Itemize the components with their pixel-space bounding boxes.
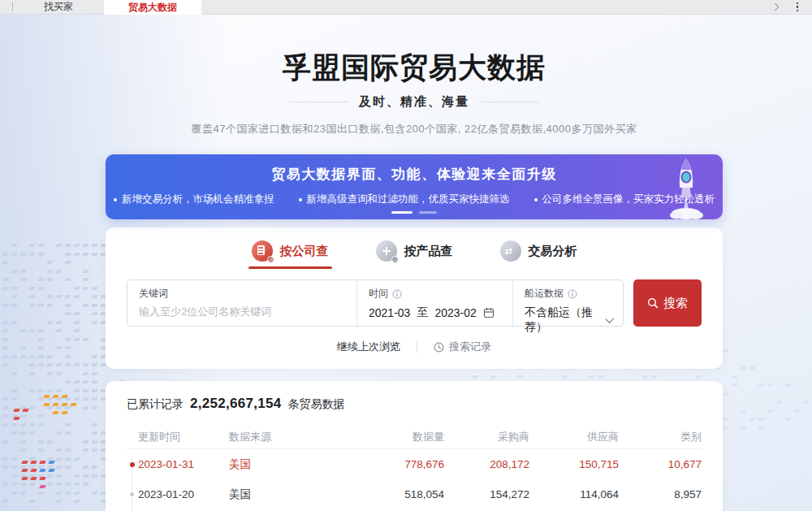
keyword-label: 关键词: [139, 287, 168, 301]
search-form: 关键词 时间: [127, 279, 702, 327]
cell-source: 美国: [229, 487, 335, 502]
product-search-icon: [376, 240, 397, 262]
col-categories: 类别: [619, 430, 702, 444]
info-icon[interactable]: [568, 289, 577, 299]
tab-search-by-product[interactable]: 按产品查: [376, 240, 453, 269]
shipping-value: 不含船运（推荐）: [525, 305, 599, 335]
shipping-data-select[interactable]: 船运数据 不含船运（推荐）: [512, 280, 623, 326]
clock-icon: [434, 342, 444, 353]
total-records-line: 已累计记录 2,252,667,154 条贸易数据: [127, 396, 702, 412]
data-table-card: 已累计记录 2,252,667,154 条贸易数据 更新时间 数据来源 数据量 …: [106, 381, 723, 511]
chevron-down-icon[interactable]: [606, 314, 614, 323]
upgrade-banner[interactable]: 贸易大数据界面、功能、体验迎来全面升级 新增交易分析，市场机会精准拿捏 新增高级…: [106, 154, 723, 219]
cell-suppliers: 114,064: [529, 488, 619, 500]
info-icon[interactable]: [392, 289, 402, 299]
cell-date: 2023-01-20: [138, 488, 229, 500]
cell-buyers: 154,272: [444, 488, 529, 500]
time-to[interactable]: 2023-02: [434, 306, 476, 319]
tab-label: 交易分析: [529, 244, 577, 259]
kebab-menu-icon[interactable]: [788, 0, 812, 14]
search-fields: 关键词 时间: [127, 279, 624, 327]
search-button[interactable]: 搜索: [633, 279, 702, 327]
rocket-icon: [664, 155, 710, 220]
subtitle-line-right: [481, 102, 539, 102]
tab-search-by-company[interactable]: 按公司查: [252, 240, 329, 269]
stats-prefix: 已累计记录: [127, 397, 184, 410]
banner-title: 贸易大数据界面、功能、体验迎来全面升级: [106, 154, 723, 184]
search-button-label: 搜索: [663, 296, 688, 311]
quick-links: 继续上次浏览 搜索记录: [127, 340, 702, 354]
table-body: 2023-01-31 美国 778,676 208,172 150,715 10…: [127, 449, 702, 511]
time-from[interactable]: 2021-03: [369, 306, 410, 319]
tab-label: 按产品查: [404, 244, 453, 259]
company-search-icon: [252, 240, 273, 262]
total-records-count: 2,252,667,154: [190, 396, 282, 411]
cell-categories: 10,677: [619, 458, 702, 470]
carousel-dot-active[interactable]: [391, 211, 412, 214]
table-row[interactable]: 2023-01-20 美国 518,054 154,272 114,064 8,…: [127, 479, 702, 509]
col-suppliers: 供应商: [529, 430, 619, 444]
forward-chevron-icon[interactable]: [763, 0, 788, 14]
bullet-dot-icon: [299, 198, 302, 201]
calendar-icon[interactable]: [483, 307, 495, 318]
continue-browsing-link[interactable]: 继续上次浏览: [337, 340, 400, 354]
cell-categories: 8,957: [619, 488, 702, 500]
col-update-time: 更新时间: [138, 430, 229, 444]
stats-suffix: 条贸易数据: [287, 397, 344, 410]
trade-analysis-icon: ⇄: [500, 240, 521, 262]
carousel-dot-inactive[interactable]: [419, 211, 437, 214]
tab-find-buyers[interactable]: 找买家: [13, 0, 104, 14]
page: 找买家 贸易大数据 孚盟国际贸易大数据 及时、精准、海量 覆盖47个国家进口数据…: [0, 0, 812, 511]
cell-date: 2023-01-31: [138, 458, 229, 470]
search-tabs: 按公司查 按产品查 ⇄ 交易分析: [127, 240, 702, 269]
bullet-text: 新增交易分析，市场机会精准拿捏: [122, 193, 274, 206]
col-buyers: 采购商: [444, 430, 529, 444]
banner-bullet: 新增交易分析，市场机会精准拿捏: [114, 193, 274, 206]
table-row[interactable]: 2023-01-31 美国 778,676 208,172 150,715 10…: [127, 449, 702, 479]
cell-volume: 778,676: [335, 458, 444, 470]
bullet-dot-icon: [534, 198, 538, 201]
search-history-label: 搜索记录: [449, 340, 491, 354]
time-label: 时间: [369, 287, 388, 301]
cell-buyers: 208,172: [444, 458, 529, 470]
cell-source: 美国: [229, 457, 335, 472]
col-data-volume: 数据量: [335, 430, 444, 444]
shipping-label: 船运数据: [525, 287, 564, 301]
table-header-row: 更新时间 数据来源 数据量 采购商 供应商 类别: [127, 425, 702, 449]
hero-section: 孚盟国际贸易大数据 及时、精准、海量 覆盖47个国家进口数据和23国出口数据,包…: [106, 49, 723, 136]
bullet-dot-icon: [114, 198, 117, 201]
tab-label: 按公司查: [280, 244, 329, 259]
time-separator: 至: [417, 305, 428, 320]
cell-volume: 518,054: [335, 488, 444, 500]
subtitle-text: 及时、精准、海量: [359, 94, 469, 110]
hero-subtitle: 及时、精准、海量: [106, 94, 723, 110]
search-icon: [647, 297, 659, 309]
timeline-dot-icon: [130, 492, 134, 496]
col-data-source: 数据来源: [229, 430, 335, 444]
bullet-text: 新增高级查询和过滤功能，优质买家快捷筛选: [307, 193, 510, 206]
keyword-field[interactable]: 关键词: [127, 280, 356, 326]
timeline-dot-icon: [130, 462, 135, 467]
tab-trade-big-data[interactable]: 贸易大数据: [104, 0, 201, 15]
subtitle-line-left: [289, 102, 348, 102]
keyword-input[interactable]: [139, 305, 345, 318]
browser-tab-strip: 找买家 贸易大数据: [0, 0, 812, 15]
search-history-link[interactable]: 搜索记录: [434, 340, 491, 354]
time-range-field[interactable]: 时间 2021-03 至 2023-02: [356, 280, 512, 326]
main-content: 孚盟国际贸易大数据 及时、精准、海量 覆盖47个国家进口数据和23国出口数据,包…: [106, 49, 723, 511]
tab-strip-spacer: [201, 0, 763, 14]
search-card: 按公司查 按产品查 ⇄ 交易分析: [106, 227, 723, 369]
link-divider: [417, 341, 417, 353]
cell-suppliers: 150,715: [529, 458, 619, 470]
page-title: 孚盟国际贸易大数据: [106, 49, 723, 87]
tab-trade-analysis[interactable]: ⇄ 交易分析: [500, 240, 577, 269]
banner-bullet: 新增高级查询和过滤功能，优质买家快捷筛选: [299, 193, 510, 206]
hero-description: 覆盖47个国家进口数据和23国出口数据,包含200个国家, 22亿条贸易数据,4…: [106, 122, 723, 136]
carousel-indicators[interactable]: [106, 211, 723, 214]
banner-bullets: 新增交易分析，市场机会精准拿捏 新增高级查询和过滤功能，优质买家快捷筛选 公司多…: [106, 193, 723, 206]
